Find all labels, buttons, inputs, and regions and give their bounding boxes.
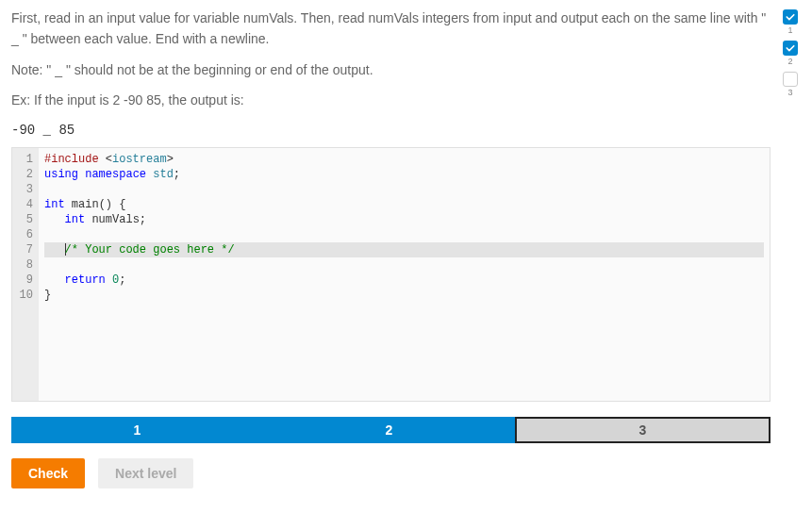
problem-line-2: Note: " _ " should not be at the beginni… bbox=[11, 59, 771, 80]
code-line[interactable] bbox=[44, 182, 764, 197]
line-number: 3 bbox=[16, 182, 33, 197]
checkmark-icon bbox=[783, 41, 798, 56]
code-lines[interactable]: #include <iostream>using namespace std;i… bbox=[39, 148, 770, 401]
problem-line-3: Ex: If the input is 2 -90 85, the output… bbox=[11, 90, 771, 110]
progress-check-2[interactable]: 2 bbox=[783, 41, 798, 66]
step-tab-3[interactable]: 3 bbox=[515, 417, 771, 443]
code-line[interactable]: int numVals; bbox=[44, 212, 764, 227]
code-line[interactable] bbox=[44, 227, 764, 242]
line-number: 2 bbox=[16, 167, 33, 182]
code-line[interactable]: /* Your code goes here */ bbox=[44, 242, 764, 257]
example-output: -90 _ 85 bbox=[11, 123, 771, 138]
line-number: 6 bbox=[16, 227, 33, 242]
progress-check-number: 1 bbox=[787, 25, 792, 35]
check-button[interactable]: Check bbox=[11, 458, 85, 488]
code-line[interactable]: } bbox=[44, 288, 764, 303]
line-number: 10 bbox=[16, 288, 33, 303]
step-tab-2[interactable]: 2 bbox=[263, 417, 515, 443]
line-number: 4 bbox=[16, 197, 33, 212]
progress-check-number: 3 bbox=[787, 88, 792, 97]
empty-check-icon bbox=[783, 72, 798, 87]
line-number: 7 bbox=[16, 242, 33, 257]
button-row: Check Next level bbox=[11, 458, 771, 488]
line-number: 1 bbox=[16, 152, 33, 167]
code-line[interactable]: using namespace std; bbox=[44, 167, 764, 182]
code-line[interactable]: #include <iostream> bbox=[44, 152, 764, 167]
code-line[interactable]: return 0; bbox=[44, 273, 764, 288]
problem-description: First, read in an input value for variab… bbox=[11, 8, 771, 111]
next-level-button: Next level bbox=[98, 458, 193, 488]
code-gutter: 12345678910 bbox=[12, 148, 39, 401]
step-tab-1[interactable]: 1 bbox=[11, 417, 263, 443]
line-number: 8 bbox=[16, 257, 33, 273]
progress-sidebar: 123 bbox=[780, 8, 801, 488]
code-line[interactable] bbox=[44, 257, 764, 273]
progress-check-1[interactable]: 1 bbox=[783, 9, 798, 35]
progress-check-3[interactable]: 3 bbox=[783, 72, 798, 97]
problem-line-1: First, read in an input value for variab… bbox=[11, 8, 771, 50]
line-number: 9 bbox=[16, 273, 33, 288]
progress-check-number: 2 bbox=[787, 57, 792, 66]
step-tabs: 123 bbox=[11, 417, 771, 443]
checkmark-icon bbox=[783, 9, 798, 25]
code-editor[interactable]: 12345678910 #include <iostream>using nam… bbox=[11, 147, 771, 402]
code-line[interactable]: int main() { bbox=[44, 197, 764, 212]
line-number: 5 bbox=[16, 212, 33, 227]
